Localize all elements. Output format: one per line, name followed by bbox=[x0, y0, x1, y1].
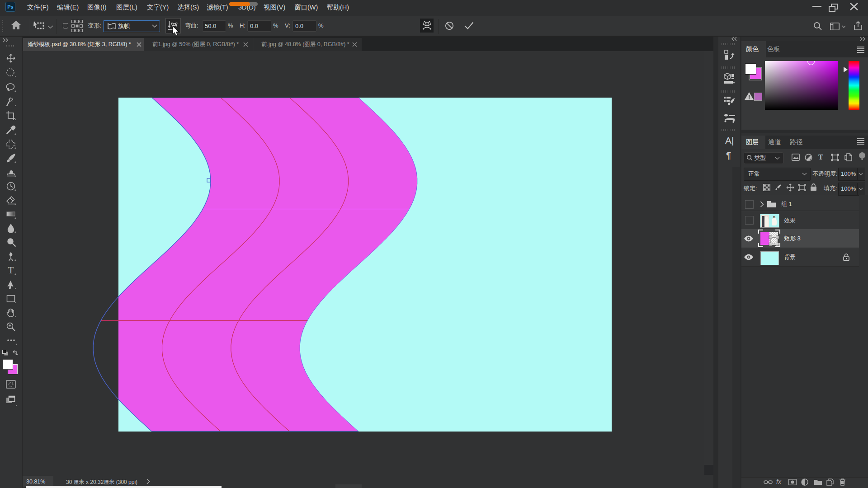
svg-text:T: T bbox=[8, 265, 14, 276]
